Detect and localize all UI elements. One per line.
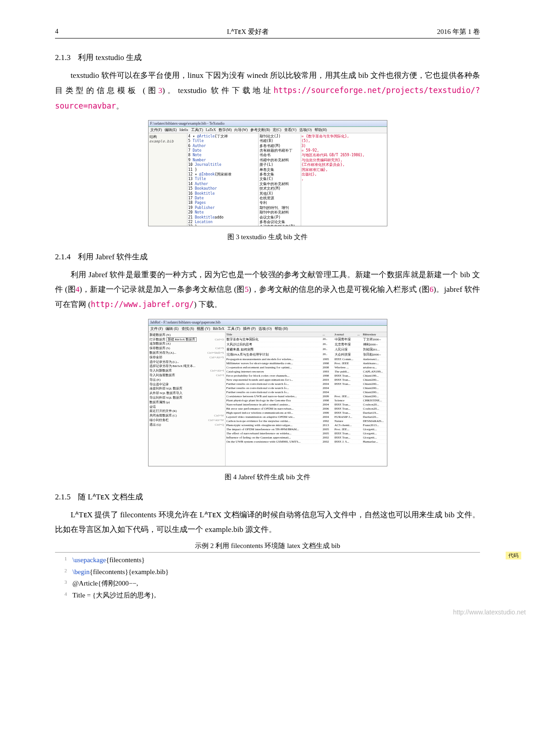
file-menu-item[interactable]: 退出 (Q)Ctrl+Q [149,423,224,427]
file-menu-item[interactable]: 导出 (E) [149,378,224,383]
table-row[interactable]: Coexistence between UWB and narrow-band … [226,394,387,399]
file-menu-item[interactable]: 会话 [149,405,224,410]
code-line: 3 @Article{傅刚2000−−, [55,578,480,590]
file-menu-item[interactable]: 导入到当前数据库Ctrl+I [149,373,224,378]
bibtype-option[interactable]: 含有标题的书籍补丁 [259,148,301,153]
menu-item[interactable]: 查看(V) [284,128,297,132]
file-menu-item[interactable]: 保存数据库 (S)Ctrl+S [149,346,224,351]
bibtype-option[interactable]: 多卷文集 [259,172,301,177]
bibtype-option[interactable]: 文集中的补充材料 [259,182,301,186]
bibtype-option[interactable]: 多卷书籍(M) [259,144,301,148]
table-row[interactable]: Millimeter waves for short-range multime… [226,362,387,366]
table-row[interactable]: On the UWB system coexistence with GSM90… [226,440,387,444]
menu-item[interactable]: BibTeX [213,327,224,331]
table-row[interactable]: Phenotypic screening with oleaginous mic… [226,423,387,427]
file-menu-item[interactable]: 连接到外部 SQL 数据库 [149,387,224,391]
table-row[interactable]: Cataloging internet resources 1993 The p… [226,370,387,374]
bibtype-option[interactable]: 期刊的特刊、增刊 [259,206,301,210]
table-row[interactable]: Error probability for block codes over c… [226,374,387,378]
file-menu-item[interactable]: 导出选中记录 [149,383,224,387]
table-row[interactable]: Further results on convolutional code se… [226,382,387,386]
code-line: 2 \begin{filecontents}{example.bib} [55,566,480,578]
bibtype-option[interactable]: 期刊中的补充材料 [259,210,301,215]
menu-item[interactable]: Idefix [180,128,188,132]
menu-item[interactable]: 文件(F) [150,128,162,132]
bibtype-option[interactable]: 单卷文集 [259,168,301,172]
file-menu-item[interactable]: 打开数据库新建 BibTeX 数据库Ctrl+O [149,338,224,342]
table-row[interactable]: 沱湖DNA库与生命伦理学计划 20.. 大众科技报 张田勘2000-- [226,352,387,357]
section-2-1-4-body: 利用 Jabref 软件是最重要的一种方式，因为它也是一个较强的参考文献管理工具… [55,268,480,312]
table-row[interactable]: Carbon isotope evidence for the stepwise… [226,419,387,423]
file-menu-item[interactable]: 缩小到任务栏Ctrl+Alt+W [149,418,224,423]
menu-item[interactable]: 编辑(E) [165,128,176,132]
file-menu-item[interactable]: 最近打开的文件 (R) [149,409,224,414]
texstudio-editor: 4 ▾ @Article{丁文祥5 Title6 Author7 Date8 N… [188,133,259,226]
bibtype-option[interactable]: 会议文集(P) [259,215,301,220]
bibtype-option[interactable]: 会议文集中的论文(P) [259,225,301,226]
bibtype-option[interactable]: 文集(C) [259,177,301,181]
bibtype-option[interactable]: 其他(X) [259,192,301,196]
menu-item[interactable]: 宏(C) [273,128,281,132]
jabref-file-menu: 新建数据库 (N)打开数据库新建 BibTeX 数据库Ctrl+O追加数据库 (… [149,332,226,466]
bibtype-option[interactable]: 册子(L) [259,163,301,167]
bibtype-option[interactable]: 期刊论文(J) [259,134,301,139]
menu-item[interactable]: 数学(M) [219,128,232,132]
section-2-1-3-heading: 2.1.3 利用 texstudio 生成 [55,52,480,63]
bibtype-option[interactable]: 技术文档(M) [259,186,301,191]
file-menu-item[interactable]: 从外部 SQL 数据库导入 [149,391,224,396]
file-menu-item[interactable]: 选中记录另存为 (L)... [149,360,224,365]
table-row[interactable]: Layered video transmission on adaptive O… [226,415,387,419]
table-row[interactable]: Influence of fading on the Gaussian appr… [226,436,387,440]
menu-item[interactable]: 参考文献(B) [250,128,270,132]
file-menu-item[interactable]: 数据库属性 (p) [149,400,224,405]
bibtype-option[interactable]: 书命书 [259,153,301,158]
menu-item[interactable]: 文件 (F) [150,327,163,331]
menu-item[interactable]: 编辑 (E) [165,327,178,331]
table-row[interactable]: New exponential bounds and approximation… [226,378,387,382]
table-row[interactable]: The impact of OFDM interference on TH-PP… [226,427,387,432]
file-menu-item[interactable]: 追加数据库 (A) [149,342,224,346]
table-row[interactable]: Further results on convolutional code se… [226,390,387,394]
menu-item[interactable]: 帮助 (H) [275,327,288,331]
bibtype-option[interactable]: 专利 [259,201,301,205]
table-row[interactable]: 雾霾来袭, 如何突围 20.. 人民日报 刘裕国201... [226,347,387,352]
menu-item[interactable]: 查找 (S) [182,327,194,331]
jabref-url[interactable]: http://www.jabref.org/ [91,300,194,309]
table-row[interactable]: Bit error rate performance of OFDM in na… [226,407,387,411]
watermark: http://www.latexstudio.net [453,608,526,616]
file-menu-item[interactable]: 选择记录另存为 BibTeX 纯文本... [149,364,224,369]
fig4-ref: 4 [76,285,80,294]
menu-item[interactable]: 选项(O) [299,128,312,132]
menu-item[interactable]: 视图 (V) [197,327,210,331]
table-row[interactable]: Propagation measurements and models for … [226,357,387,362]
table-row[interactable]: 大风沙过后的思考 20.. 北京青年报 傅刚2000-- [226,342,387,347]
menu-item[interactable]: 工具(T) [191,128,203,132]
file-menu-item[interactable]: 数据库另存为 (A)...Ctrl+Shift+S [149,351,224,356]
menu-item[interactable]: 工具 (T) [227,327,240,331]
file-menu-item[interactable]: 关闭当前数据库 (C)Ctrl+W [149,414,224,418]
file-menu-item[interactable]: 导入到新数据库Ctrl+Alt+I [149,369,224,373]
texstudio-structure-panel: 结构 example.bib [149,133,188,226]
menu-item[interactable]: 帮助(H) [314,128,327,132]
table-row[interactable]: Cooperation enforcement and learning for… [226,366,387,370]
bibtype-option[interactable]: 多卷会议论文集 [259,220,301,225]
file-menu-item[interactable]: 导出到外部 SQL 数据库 [149,396,224,400]
bibtype-option[interactable]: 书籍中的补充材料 [259,158,301,163]
menu-item[interactable]: 插件 (P) [243,327,256,331]
table-row[interactable]: The effect of narrowband interference on… [226,432,387,436]
code-line: 1 \usepackage{filecontents} [55,554,480,566]
jabref-menubar: 文件 (F)编辑 (E)查找 (S)视图 (V)BibTeX工具 (T)插件 (… [149,326,387,332]
code-badge: 代码 [506,552,521,559]
table-row[interactable]: Further results on convolutional code se… [226,386,387,390]
bibtype-option[interactable]: 书籍(B) [259,139,301,143]
file-menu-item[interactable]: 保存全部Ctrl+Alt+S [149,356,224,360]
table-row[interactable]: Narrowband interference in pilot symbol … [226,403,387,407]
table-row[interactable]: 数字革命与竞争国际化 20.. 中国青年报 丁文祥2000-- [226,337,387,342]
table-row[interactable]: High-speed indoor wireless communication… [226,411,387,415]
menu-item[interactable]: 向导(W) [234,128,248,132]
jabref-table-header: Title ... Journal ... Bibtexkey [226,332,387,337]
bibtype-option[interactable]: 在线资源 [259,196,301,201]
table-row[interactable]: Plant physiology plant biology in the Ge… [226,399,387,403]
menu-item[interactable]: 选项 (O) [259,327,272,331]
menu-item[interactable]: LaTeX [206,128,216,132]
